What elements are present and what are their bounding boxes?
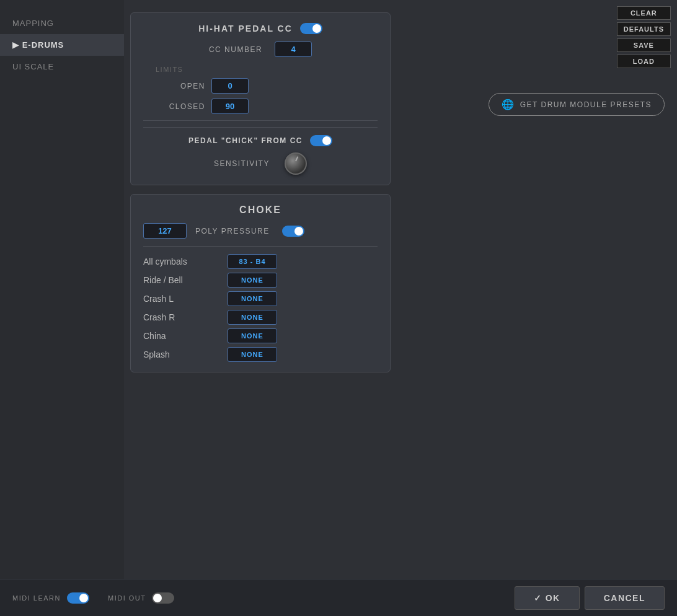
open-input[interactable] bbox=[211, 78, 249, 94]
hihat-title-row: HI-HAT PEDAL CC bbox=[143, 23, 378, 34]
choke-label-5: Splash bbox=[143, 350, 218, 359]
poly-pressure-label: POLY PRESSURE bbox=[195, 227, 270, 235]
midi-learn-section: MIDI LEARN bbox=[12, 592, 89, 604]
choke-label-3: Crash R bbox=[143, 312, 218, 322]
sidebar-item-edrums[interactable]: E-DRUMS bbox=[0, 34, 124, 56]
choke-value-4[interactable]: NONE bbox=[228, 328, 277, 343]
bottom-bar: MIDI LEARN MIDI OUT ✓ OK CANCEL bbox=[0, 579, 677, 616]
choke-row-1: Ride / Bell NONE bbox=[143, 273, 378, 288]
sensitivity-row: SENSITIVITY bbox=[143, 152, 378, 175]
presets-button[interactable]: 🌐 GET DRUM MODULE PRESETS bbox=[489, 93, 665, 116]
poly-pressure-toggle[interactable] bbox=[282, 226, 304, 237]
pedal-chick-label: PEDAL "CHICK" FROM CC bbox=[188, 136, 303, 145]
presets-label: GET DRUM MODULE PRESETS bbox=[520, 100, 652, 109]
choke-table: All cymbals 83 - B4 Ride / Bell NONE Cra… bbox=[143, 254, 378, 362]
choke-value-1[interactable]: NONE bbox=[228, 273, 277, 288]
midi-out-label: MIDI OUT bbox=[108, 594, 146, 602]
sensitivity-knob-container bbox=[285, 152, 307, 175]
choke-label-1: Ride / Bell bbox=[143, 275, 218, 285]
limits-section: LIMITS OPEN CLOSED bbox=[143, 63, 378, 114]
midi-out-toggle[interactable] bbox=[152, 592, 174, 604]
choke-label-4: China bbox=[143, 331, 218, 341]
pedal-chick-row: PEDAL "CHICK" FROM CC bbox=[143, 127, 378, 146]
choke-title: CHOKE bbox=[143, 205, 378, 216]
closed-input[interactable] bbox=[211, 99, 249, 114]
limits-label: LIMITS bbox=[156, 66, 183, 73]
choke-value-0[interactable]: 83 - B4 bbox=[228, 254, 277, 269]
choke-row-0: All cymbals 83 - B4 bbox=[143, 254, 378, 269]
bottom-right-buttons: ✓ OK CANCEL bbox=[515, 586, 665, 610]
sidebar-item-mapping[interactable]: MAPPING bbox=[0, 12, 124, 34]
sidebar-item-uiscale[interactable]: UI SCALE bbox=[0, 56, 124, 77]
choke-row-2: Crash L NONE bbox=[143, 291, 378, 306]
sidebar: MAPPING E-DRUMS UI SCALE bbox=[0, 0, 124, 616]
main-content: HI-HAT PEDAL CC CC NUMBER LIMITS OPEN CL… bbox=[124, 6, 671, 579]
choke-panel: CHOKE POLY PRESSURE All cymbals 83 - B4 … bbox=[130, 194, 391, 372]
sensitivity-knob[interactable] bbox=[285, 152, 307, 175]
cancel-button[interactable]: CANCEL bbox=[585, 586, 665, 610]
choke-label-2: Crash L bbox=[143, 294, 218, 304]
choke-row-3: Crash R NONE bbox=[143, 310, 378, 325]
choke-value-input[interactable] bbox=[143, 223, 187, 239]
open-label: OPEN bbox=[168, 82, 205, 90]
cc-number-input[interactable] bbox=[275, 42, 312, 57]
choke-value-2[interactable]: NONE bbox=[228, 291, 277, 306]
sensitivity-label: SENSITIVITY bbox=[214, 159, 270, 168]
midi-out-section: MIDI OUT bbox=[108, 592, 175, 604]
choke-top-row: POLY PRESSURE bbox=[143, 223, 378, 247]
hihat-panel: HI-HAT PEDAL CC CC NUMBER LIMITS OPEN CL… bbox=[130, 12, 391, 185]
pedal-chick-toggle[interactable] bbox=[310, 135, 332, 146]
midi-learn-label: MIDI LEARN bbox=[12, 594, 61, 602]
ok-button[interactable]: ✓ OK bbox=[515, 586, 580, 610]
globe-icon: 🌐 bbox=[502, 99, 515, 110]
choke-row-5: Splash NONE bbox=[143, 347, 378, 362]
closed-label: CLOSED bbox=[168, 102, 205, 111]
cc-number-row: CC NUMBER bbox=[143, 42, 378, 57]
hihat-title: HI-HAT PEDAL CC bbox=[198, 24, 293, 33]
open-row: OPEN bbox=[168, 78, 378, 94]
choke-value-5[interactable]: NONE bbox=[228, 347, 277, 362]
choke-row-4: China NONE bbox=[143, 328, 378, 343]
closed-row: CLOSED bbox=[168, 99, 378, 114]
choke-label-0: All cymbals bbox=[143, 257, 218, 266]
hihat-toggle[interactable] bbox=[300, 23, 322, 34]
midi-learn-toggle[interactable] bbox=[67, 592, 89, 604]
cc-number-label: CC NUMBER bbox=[209, 45, 262, 54]
choke-value-3[interactable]: NONE bbox=[228, 310, 277, 325]
